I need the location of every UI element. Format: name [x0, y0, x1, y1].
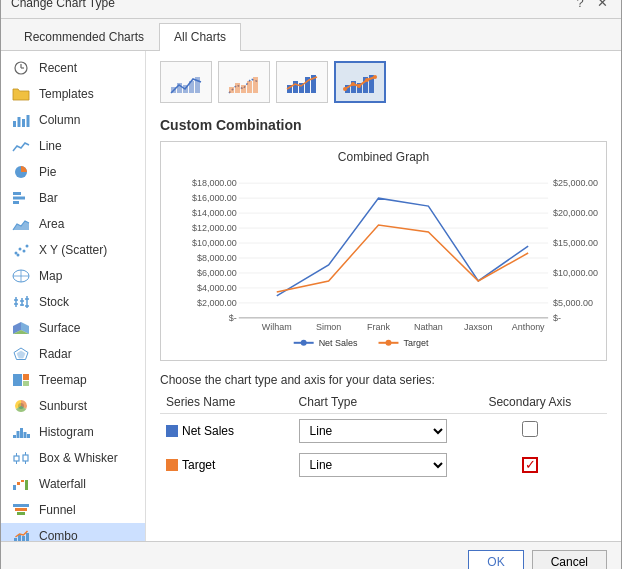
svg-point-85	[365, 78, 369, 82]
svg-rect-56	[15, 508, 27, 511]
svg-text:Simon: Simon	[316, 321, 341, 331]
svg-rect-66	[195, 77, 200, 93]
column-chart-icon	[11, 112, 31, 128]
svg-rect-6	[27, 115, 30, 127]
secondary-axis-checkbox-target-highlighted[interactable]	[522, 457, 538, 473]
sidebar-item-sunburst[interactable]: Sunburst	[1, 393, 145, 419]
help-button[interactable]: ?	[571, 0, 589, 12]
svg-text:$10,000.00: $10,000.00	[192, 238, 237, 248]
svg-text:$18,000.00: $18,000.00	[192, 178, 237, 188]
svg-text:$4,000.00: $4,000.00	[197, 282, 237, 292]
svg-point-86	[373, 75, 377, 79]
svg-rect-40	[20, 428, 23, 438]
svg-rect-41	[24, 432, 27, 438]
radar-chart-icon	[11, 346, 31, 362]
svg-rect-42	[27, 434, 30, 438]
sidebar-item-pie[interactable]: Pie	[1, 159, 145, 185]
svg-rect-57	[17, 512, 25, 515]
dialog-title: Change Chart Type	[11, 0, 115, 10]
svg-rect-59	[18, 535, 21, 541]
series-color-target	[166, 459, 178, 471]
col-header-secondary-axis: Secondary Axis	[453, 391, 607, 414]
close-button[interactable]: ✕	[593, 0, 611, 12]
sidebar-item-combo[interactable]: Combo	[1, 523, 145, 541]
series-secondary-target	[453, 448, 607, 482]
cancel-button[interactable]: Cancel	[532, 550, 607, 570]
bar-chart-icon	[11, 190, 31, 206]
waterfall-chart-icon	[11, 476, 31, 492]
main-content: Custom Combination Combined Graph	[146, 51, 621, 541]
sidebar-item-radar[interactable]: Radar	[1, 341, 145, 367]
svg-rect-65	[189, 81, 194, 93]
chart-icon-btn-3[interactable]	[276, 61, 328, 103]
title-bar: Change Chart Type ? ✕	[1, 0, 621, 19]
sidebar-item-column[interactable]: Column	[1, 107, 145, 133]
svg-rect-44	[14, 456, 19, 461]
svg-rect-54	[25, 480, 28, 490]
sidebar-item-treemap[interactable]: Treemap	[1, 367, 145, 393]
svg-point-16	[17, 253, 20, 256]
svg-rect-70	[247, 81, 252, 93]
svg-text:$15,000.00: $15,000.00	[553, 238, 598, 248]
svg-text:$6,000.00: $6,000.00	[197, 267, 237, 277]
svg-rect-36	[23, 381, 29, 386]
combo-chart-icon	[11, 528, 31, 541]
surface-chart-icon	[11, 320, 31, 336]
sidebar-item-surface[interactable]: Surface	[1, 315, 145, 341]
chart-icon-btn-1[interactable]	[160, 61, 212, 103]
svg-rect-73	[293, 81, 298, 93]
sidebar-item-boxwhisker[interactable]: Box & Whisker	[1, 445, 145, 471]
series-charttype-target: Line Column Bar Area	[293, 448, 453, 482]
sidebar-item-histogram[interactable]: Histogram	[1, 419, 145, 445]
series-charttype-net-sales: Line Column Bar Area	[293, 413, 453, 448]
series-charttype-dropdown-target[interactable]: Line Column Bar Area	[299, 453, 447, 477]
section-title: Custom Combination	[160, 117, 607, 133]
sidebar-item-line[interactable]: Line	[1, 133, 145, 159]
chart-type-icon-row	[160, 61, 607, 103]
svg-rect-10	[13, 201, 19, 204]
svg-text:$5,000.00: $5,000.00	[553, 297, 593, 307]
sidebar-item-waterfall[interactable]: Waterfall	[1, 471, 145, 497]
svg-rect-38	[13, 435, 16, 438]
series-name-target: Target	[160, 448, 293, 482]
ok-button[interactable]: OK	[468, 550, 523, 570]
sidebar-item-area[interactable]: Area	[1, 211, 145, 237]
sidebar-item-bar[interactable]: Bar	[1, 185, 145, 211]
series-prompt: Choose the chart type and axis for your …	[160, 373, 607, 387]
sidebar-item-map[interactable]: Map	[1, 263, 145, 289]
tab-all-charts[interactable]: All Charts	[159, 23, 241, 51]
stock-chart-icon	[11, 294, 31, 310]
map-chart-icon	[11, 268, 31, 284]
svg-rect-61	[26, 533, 29, 541]
sidebar-item-funnel[interactable]: Funnel	[1, 497, 145, 523]
sidebar-item-templates[interactable]: Templates	[1, 81, 145, 107]
col-header-series-name: Series Name	[160, 391, 293, 414]
svg-text:$16,000.00: $16,000.00	[192, 193, 237, 203]
svg-text:Jaxson: Jaxson	[464, 321, 492, 331]
svg-point-124	[385, 339, 391, 345]
folder-icon	[11, 86, 31, 102]
svg-rect-47	[23, 455, 28, 461]
change-chart-type-dialog: Change Chart Type ? ✕ Recommended Charts…	[0, 0, 622, 569]
svg-rect-4	[18, 117, 21, 127]
svg-text:Nathan: Nathan	[414, 321, 443, 331]
svg-rect-5	[22, 119, 25, 127]
tab-recommended-charts[interactable]: Recommended Charts	[9, 23, 159, 50]
svg-rect-51	[17, 482, 20, 485]
funnel-chart-icon	[11, 502, 31, 518]
series-row-target: Target Line Column Bar Area	[160, 448, 607, 482]
svg-point-14	[23, 249, 26, 252]
chart-icon-btn-2[interactable]	[218, 61, 270, 103]
svg-rect-63	[177, 83, 182, 93]
sidebar-item-xyscatter[interactable]: X Y (Scatter)	[1, 237, 145, 263]
svg-rect-8	[13, 192, 21, 195]
svg-rect-71	[253, 77, 258, 93]
dialog-footer: OK Cancel	[1, 541, 621, 570]
pie-chart-icon	[11, 164, 31, 180]
secondary-axis-checkbox-net-sales[interactable]	[522, 421, 538, 437]
chart-icon-btn-4[interactable]	[334, 61, 386, 103]
svg-text:$12,000.00: $12,000.00	[192, 223, 237, 233]
series-charttype-dropdown-net-sales[interactable]: Line Column Bar Area	[299, 419, 447, 443]
sidebar-item-recent[interactable]: Recent	[1, 55, 145, 81]
sidebar-item-stock[interactable]: Stock	[1, 289, 145, 315]
